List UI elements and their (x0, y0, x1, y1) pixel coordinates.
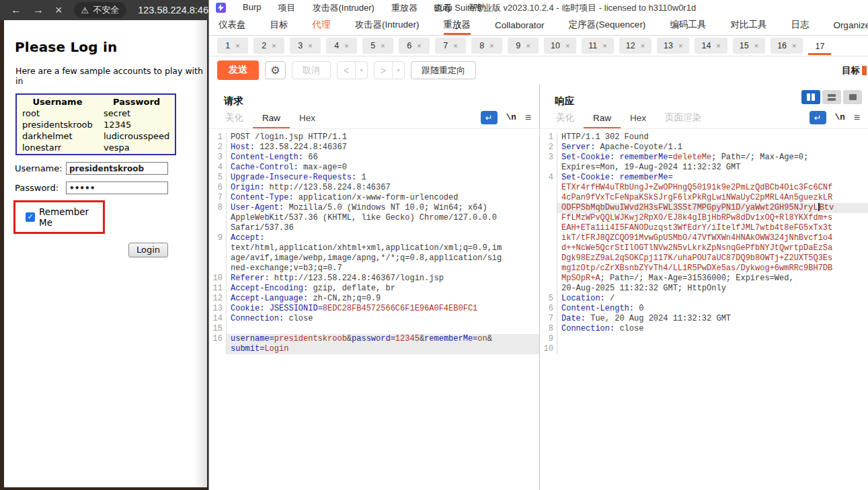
editor-tab[interactable]: Raw (584, 108, 621, 128)
rows-layout-icon[interactable] (822, 90, 841, 104)
main-tab[interactable]: 攻击器(Intruder) (355, 15, 420, 35)
repeater-item-tab[interactable]: 14× (695, 38, 727, 54)
repeater-item-tab[interactable]: 2× (253, 38, 284, 54)
close-icon[interactable]: × (754, 42, 758, 50)
chevron-down-icon[interactable]: ▾ (356, 62, 367, 79)
main-tab[interactable]: Collaborator (495, 15, 545, 35)
editor-row: FfLMzWPvQQLWJKwj2RpXO/EJ8k4gIBjHbRPw8dDv… (540, 213, 868, 223)
line-number (209, 213, 227, 223)
repeater-item-tab[interactable]: 15× (733, 38, 765, 54)
repeater-item-tab[interactable]: 13× (657, 38, 689, 54)
main-tab[interactable]: 仪表盘 (219, 15, 246, 35)
forward-icon[interactable]: → (33, 4, 44, 16)
single-layout-icon[interactable] (843, 90, 862, 104)
response-editor[interactable]: 1HTTP/1.1 302 Found2Server: Apache-Coyot… (540, 132, 868, 354)
close-icon[interactable]: × (565, 42, 569, 50)
close-icon[interactable]: × (602, 42, 606, 50)
hamburger-menu-icon[interactable]: ≡ (854, 112, 860, 124)
hamburger-menu-icon[interactable]: ≡ (525, 112, 531, 124)
repeater-item-tab[interactable]: 6× (399, 38, 430, 54)
line-number: 13 (209, 304, 227, 314)
line-number (209, 243, 227, 253)
cancel-button[interactable]: 取消 (292, 61, 331, 79)
back-in-history-button[interactable]: < ▾ (337, 61, 368, 79)
repeater-item-tab[interactable]: 12× (619, 38, 652, 54)
close-icon[interactable]: × (716, 42, 720, 50)
close-icon[interactable]: × (272, 42, 276, 50)
line-number: 5 (209, 173, 227, 183)
follow-redirect-button[interactable]: 跟随重定向 (411, 61, 476, 79)
token: rememberMe= (619, 173, 672, 182)
repeater-item-tab[interactable]: 8× (471, 38, 502, 54)
columns-layout-icon[interactable] (801, 90, 820, 104)
token: Cookie: (231, 304, 264, 313)
editor-tab[interactable]: Raw (253, 108, 290, 128)
close-icon[interactable]: × (235, 42, 239, 50)
line-number: 15 (209, 324, 227, 334)
editor-tab[interactable]: Hex (621, 108, 656, 128)
repeater-item-tab[interactable]: 3× (290, 38, 321, 54)
forward-in-history-button[interactable]: > ▾ (374, 61, 405, 79)
close-icon[interactable]: × (55, 3, 63, 17)
menubar-item[interactable]: Burp (243, 2, 261, 14)
main-tab[interactable]: 代理 (313, 15, 331, 35)
close-icon[interactable]: × (641, 42, 645, 50)
close-icon[interactable]: × (344, 42, 348, 50)
editor-row: Expires=Mon, 19-Aug-2024 11:32:32 GMT (540, 163, 868, 173)
show-newlines-toggle[interactable]: \n (506, 113, 516, 122)
security-badge[interactable]: ⚠ 不安全 (74, 2, 127, 18)
show-newlines-toggle[interactable]: \n (835, 113, 845, 122)
password-field[interactable] (66, 181, 168, 194)
editor-tab[interactable]: Hex (290, 108, 325, 128)
send-button[interactable]: 发送 (217, 60, 259, 80)
code-line: Accept-Language: zh-CN,zh;q=0.9 (227, 294, 539, 304)
chevron-down-icon[interactable]: ▾ (393, 62, 404, 79)
editor-tab[interactable]: 页面渲染 (656, 108, 711, 128)
gear-icon[interactable]: ⚙ (265, 61, 286, 79)
login-button[interactable]: Login (128, 243, 168, 257)
address-bar[interactable]: 123.58.224.8:46367 (138, 5, 208, 15)
close-icon[interactable]: × (453, 42, 457, 50)
token: EAH+ETa1ii4I5FANODuzqst3WfEdrY/iItelfJML… (561, 223, 832, 233)
editor-row: 16username=presidentskroob&password=1234… (209, 334, 539, 344)
repeater-item-tab[interactable]: 10× (544, 38, 576, 54)
token: 123.58.224.8:46367 (255, 142, 347, 152)
repeater-item-tab[interactable]: 4× (326, 38, 357, 54)
close-icon[interactable]: × (792, 42, 796, 50)
main-tab[interactable]: 日志 (791, 15, 809, 35)
close-icon[interactable]: × (678, 42, 682, 50)
close-icon[interactable]: × (489, 42, 494, 50)
close-icon[interactable]: × (381, 42, 385, 50)
editor-tab[interactable]: 美化 (216, 108, 253, 128)
repeater-item-tab-bar: 1×2×3×4×5×6×7×8×9×10×11×12×13×14×15×16×1… (209, 36, 868, 56)
username-field[interactable] (66, 162, 168, 175)
close-icon[interactable]: × (417, 42, 421, 50)
repeater-item-tab[interactable]: 17 (808, 36, 831, 55)
main-tab[interactable]: 定序器(Sequencer) (569, 15, 646, 35)
request-editor[interactable]: 1POST /login.jsp HTTP/1.12Host: 123.58.2… (209, 132, 539, 354)
repeater-item-tab[interactable]: 5× (362, 38, 393, 54)
repeater-item-tab[interactable]: 11× (582, 38, 613, 54)
main-tab[interactable]: 重放器 (444, 15, 471, 35)
word-wrap-toggle-icon[interactable]: ↵ (810, 111, 826, 124)
main-tab[interactable]: 对比工具 (730, 15, 766, 35)
close-icon[interactable]: × (308, 42, 312, 50)
close-icon[interactable]: × (526, 42, 530, 50)
repeater-item-tab[interactable]: 7× (435, 38, 466, 54)
main-tab[interactable]: Organizer (833, 15, 868, 35)
menubar-item[interactable]: 重放器 (391, 2, 418, 14)
repeater-item-tab[interactable]: 9× (508, 38, 539, 54)
editor-row: 3Content-Length: 66 (209, 153, 539, 163)
editor-tab[interactable]: 美化 (547, 108, 584, 128)
repeater-item-tab[interactable]: 1× (217, 38, 248, 54)
main-tab[interactable]: 编码工具 (670, 15, 706, 35)
token: Location: (561, 294, 605, 303)
main-tab[interactable]: 目标 (270, 15, 288, 35)
word-wrap-toggle-icon[interactable]: ↵ (481, 111, 498, 124)
back-icon[interactable]: ← (11, 4, 22, 16)
repeater-item-tab[interactable]: 16× (771, 38, 803, 54)
chevron-left-icon: < (338, 62, 355, 79)
menubar-item[interactable]: 攻击器(Intruder) (312, 2, 374, 14)
remember-me-checkbox[interactable]: ✓ (26, 212, 35, 222)
menubar-item[interactable]: 项目 (278, 2, 295, 14)
